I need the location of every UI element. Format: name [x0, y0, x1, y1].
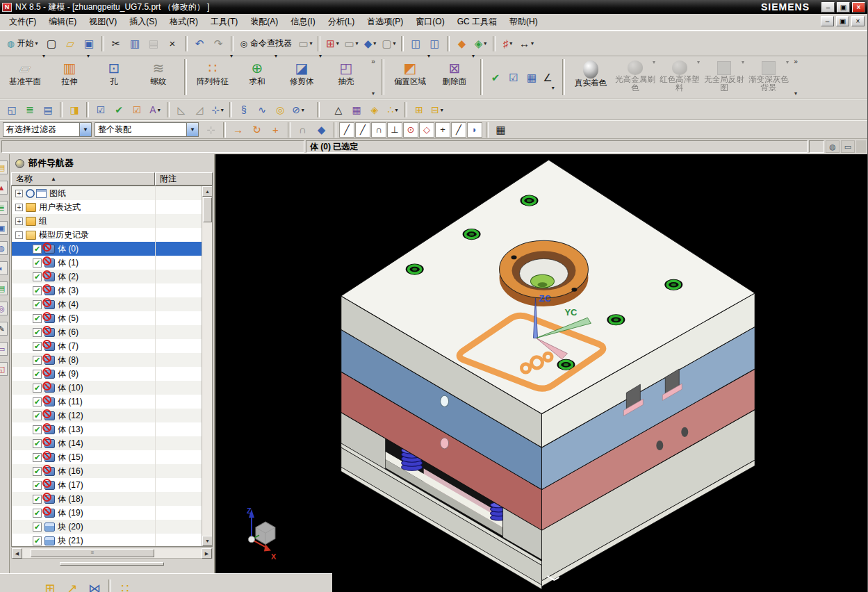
layer-visible-button[interactable]: ≣ [21, 101, 39, 118]
touch-mode-button[interactable]: ▭ [296, 35, 315, 53]
menu-analysis[interactable]: 分析(L) [322, 14, 361, 30]
tree-checkbox[interactable]: ✔ [33, 425, 42, 434]
point-on-curve-snap-toggle[interactable]: ╱ [451, 122, 466, 138]
paste-button[interactable]: ▤ [145, 35, 163, 53]
tree-checkbox[interactable]: ✔ [33, 245, 42, 254]
selection-filter-dropdown[interactable]: 有选择过滤器 ▼ [3, 122, 92, 137]
show-hide-dropdown[interactable]: ◈ [471, 35, 490, 53]
triangle-mesh-button[interactable]: △ [329, 101, 347, 118]
shell-button[interactable]: ◰ 抽壳 [324, 58, 368, 98]
tree-checkbox[interactable]: ✔ [33, 536, 42, 545]
menu-window[interactable]: 窗口(O) [409, 14, 450, 30]
graphics-window[interactable]: ZC YC Z X [215, 154, 867, 592]
tree-checkbox[interactable]: ✔ [33, 342, 42, 351]
midpoint-snap-toggle[interactable]: ╱ [355, 122, 370, 138]
metal-brush-button[interactable]: 光高金属刷色 [613, 58, 657, 98]
add-component-button[interactable]: ⊞ [39, 579, 61, 592]
window-zone-button[interactable]: ◱ [3, 101, 21, 118]
performance-icon[interactable]: ◍ [826, 140, 840, 153]
toolbar-overflow[interactable]: » ▾ [368, 58, 378, 97]
doc-close-button[interactable]: × [851, 16, 865, 26]
chamfer-button[interactable]: ◺ [172, 101, 190, 118]
grid-snap-button[interactable]: ▦ [491, 121, 510, 139]
tree-item-body-15[interactable]: ✔ 体 (15) [12, 450, 202, 464]
draft-button[interactable]: ◿ [190, 101, 208, 118]
thread-button[interactable]: ≋ 螺纹 [136, 58, 181, 98]
tree-branch-user-expressions[interactable]: + 用户表达式 [12, 200, 202, 214]
tree-checkbox[interactable]: ✔ [33, 411, 42, 420]
constraint-navigator-tab[interactable]: ▲ [0, 181, 8, 195]
background-button[interactable]: ▢ [379, 35, 398, 53]
unite-button[interactable]: ⊕ 求和 [235, 58, 279, 98]
tree-item-body-14[interactable]: ✔ 体 (14) [12, 436, 202, 450]
tree-checkbox[interactable]: ✔ [33, 272, 42, 281]
dropdown-arrow-icon[interactable]: ▼ [186, 123, 198, 136]
menu-view[interactable]: 视图(V) [83, 14, 123, 30]
scroll-right-icon[interactable]: ▶ [202, 548, 212, 559]
endpoint-snap-toggle[interactable]: ╱ [339, 122, 354, 138]
tree-expander[interactable]: + [15, 217, 23, 225]
tree-item-body-12[interactable]: ✔ 体 (12) [12, 409, 202, 422]
close-button[interactable]: × [852, 2, 865, 13]
tree-item-body-18[interactable]: ✔ 体 (18) [12, 492, 202, 506]
panel-splitter[interactable] [10, 559, 214, 568]
tree-checkbox[interactable]: ✔ [33, 509, 42, 518]
start-button[interactable]: ◍ 开始 [3, 35, 42, 53]
arc-snap-toggle[interactable]: ∩ [371, 122, 386, 138]
solid-cube-button[interactable]: ◆ [312, 121, 331, 139]
spring-button[interactable]: ∿ [253, 101, 271, 118]
save-button[interactable]: ▣ [80, 35, 99, 53]
snap-rotate-button[interactable]: ↻ [247, 121, 266, 139]
restore-button[interactable]: ▣ [837, 2, 850, 13]
tree-item-body-17[interactable]: ✔ 体 (17) [12, 478, 202, 492]
immediate-hide-button[interactable]: ◫ [425, 35, 444, 53]
mirror-assembly-button[interactable]: ⋈ [83, 579, 106, 592]
tree-item-body-10[interactable]: ✔ 体 (10) [12, 381, 202, 395]
tree-item-body-19[interactable]: ✔ 体 (19) [12, 506, 202, 520]
tree-checkbox[interactable]: ✔ [33, 495, 42, 504]
tree-checkbox[interactable]: ✔ [33, 356, 42, 365]
scrollbar-thumb[interactable]: ≡ [31, 549, 154, 557]
minimize-button[interactable]: – [821, 2, 835, 13]
check-clipboard-button[interactable]: ☑ [505, 58, 523, 98]
trim-body-button[interactable]: ◪ 修剪体 [279, 58, 324, 98]
tree-checkbox[interactable]: ✔ [33, 523, 42, 532]
tree-item-body-7[interactable]: ✔ 体 (7) [12, 339, 202, 353]
menu-file[interactable]: 文件(F) [3, 14, 42, 30]
delete-face-button[interactable]: ⊠ 删除面 [432, 58, 477, 98]
monitor-icon[interactable]: ▭ [841, 140, 855, 153]
toolbar-overflow[interactable]: » ▾ [791, 58, 801, 97]
tree-checkbox[interactable]: ✔ [33, 384, 42, 393]
tree-branch-model-history[interactable]: - 模型历史记录 [12, 228, 202, 242]
column-header-name[interactable]: 名称 ▲ [11, 172, 155, 186]
gradient-background-button[interactable]: 渐变深灰色背景 [746, 58, 791, 98]
edit-object-display-button[interactable]: ◆ [452, 35, 471, 53]
tree-item-block-20[interactable]: ✔ 块 (20) [12, 520, 202, 534]
roles-tab[interactable]: ✎ [0, 322, 8, 336]
menu-assemblies[interactable]: 装配(A) [244, 14, 284, 30]
scrollbar-thumb[interactable] [203, 197, 212, 222]
command-finder-button[interactable]: ◎ 命令查找器 [236, 35, 296, 53]
tree-checkbox[interactable]: ✔ [33, 481, 42, 490]
spreadsheet-button[interactable]: ▦ [523, 58, 541, 98]
snap-move-button[interactable]: + [266, 121, 285, 139]
point-on-face-snap-toggle[interactable]: ◗ [467, 122, 482, 138]
measure-button[interactable]: ↔ [517, 35, 536, 53]
bom-table-button[interactable]: ▦ [347, 101, 366, 118]
annotation-button[interactable]: ◨ [65, 101, 83, 118]
quadrant-snap-toggle[interactable]: ◇ [419, 122, 434, 138]
tree-item-body-13[interactable]: ✔ 体 (13) [12, 422, 202, 436]
tree-item-body-1[interactable]: ✔ 体 (1) [12, 256, 202, 270]
shaded-view-button[interactable]: ◆ [361, 35, 379, 53]
tree-vertical-scrollbar[interactable]: ▲ ▼ [202, 186, 212, 546]
selection-scope-dropdown[interactable]: 整个装配 ▼ [95, 122, 199, 137]
drag-dimension-button[interactable]: ⊹ [208, 101, 227, 118]
tree-checkbox[interactable]: ✔ [33, 258, 42, 268]
orient-view-button[interactable]: ∠ [541, 58, 559, 98]
center-snap-toggle[interactable]: ⊙ [403, 122, 418, 138]
new-button[interactable]: ▢ [42, 35, 61, 53]
tree-item-block-21[interactable]: ✔ 块 (21) [12, 534, 202, 547]
delete-button[interactable]: × [163, 35, 182, 53]
reuse-library-tab[interactable]: ▣ [0, 221, 8, 235]
scroll-left-icon[interactable]: ◀ [12, 548, 22, 559]
